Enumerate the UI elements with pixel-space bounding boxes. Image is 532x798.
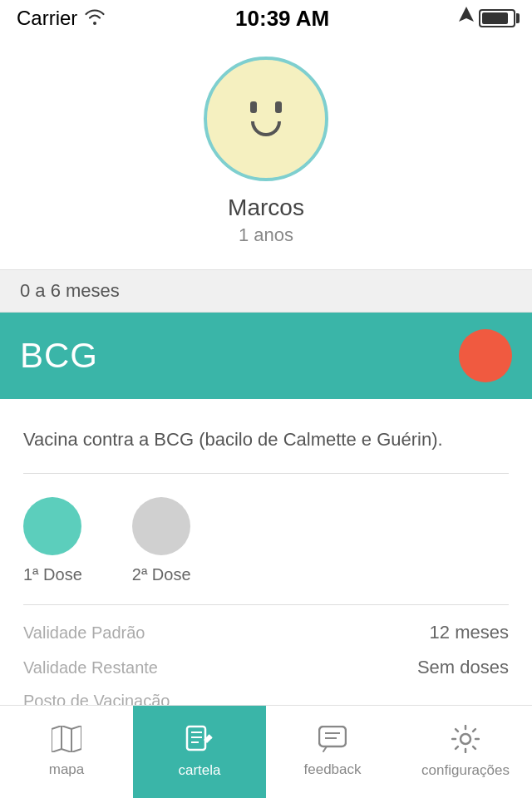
avatar-face bbox=[207, 60, 325, 178]
carrier-label: Carrier bbox=[17, 7, 77, 30]
validade-padrao-value: 12 meses bbox=[430, 622, 509, 643]
profile-section: Marcos 1 anos bbox=[0, 37, 532, 269]
status-bar: Carrier 10:39 AM bbox=[0, 0, 532, 37]
validade-restante-label: Validade Restante bbox=[23, 658, 158, 677]
divider-bottom bbox=[23, 604, 509, 605]
age-group-bar: 0 a 6 meses bbox=[0, 269, 532, 313]
svg-point-12 bbox=[461, 734, 470, 744]
avatar bbox=[204, 57, 328, 181]
tab-mapa-label: mapa bbox=[49, 761, 85, 778]
tab-mapa[interactable]: mapa bbox=[0, 706, 133, 798]
status-time: 10:39 AM bbox=[235, 6, 329, 32]
wifi-icon bbox=[84, 7, 106, 30]
avatar-eyes bbox=[250, 101, 282, 113]
battery-icon bbox=[479, 9, 515, 27]
tab-feedback-label: feedback bbox=[304, 761, 362, 778]
age-group-label: 0 a 6 meses bbox=[20, 280, 120, 301]
dose-item-1[interactable]: 1ª Dose bbox=[23, 497, 82, 584]
divider-top bbox=[23, 473, 509, 474]
validade-padrao-row: Validade Padrão 12 meses bbox=[23, 622, 509, 643]
dose-label-2: 2ª Dose bbox=[132, 565, 191, 584]
mapa-icon bbox=[52, 726, 81, 756]
tab-cartela[interactable]: cartela bbox=[133, 706, 266, 798]
svg-rect-9 bbox=[319, 727, 346, 746]
feedback-icon bbox=[318, 726, 347, 756]
vaccine-status-dot[interactable] bbox=[459, 329, 512, 382]
vaccine-header: BCG bbox=[0, 313, 532, 399]
validade-restante-row: Validade Restante Sem doses bbox=[23, 657, 509, 678]
battery-fill bbox=[482, 12, 508, 24]
tab-configuracoes[interactable]: configurações bbox=[399, 706, 532, 798]
configuracoes-icon bbox=[451, 725, 480, 757]
status-right bbox=[459, 7, 515, 30]
dose-circle-1 bbox=[23, 497, 81, 555]
validade-restante-value: Sem doses bbox=[417, 657, 509, 678]
profile-age: 1 anos bbox=[239, 224, 293, 246]
status-left: Carrier bbox=[17, 7, 106, 30]
tab-configuracoes-label: configurações bbox=[421, 762, 510, 779]
dose-label-1: 1ª Dose bbox=[23, 565, 82, 584]
svg-marker-0 bbox=[459, 7, 474, 22]
vaccine-description: Vacina contra a BCG (bacilo de Calmette … bbox=[23, 426, 509, 453]
doses-row: 1ª Dose 2ª Dose bbox=[23, 497, 509, 584]
dose-item-2[interactable]: 2ª Dose bbox=[132, 497, 191, 584]
tab-bar: mapa cartela feedback bbox=[0, 705, 532, 798]
location-icon bbox=[459, 7, 474, 30]
avatar-eye-right bbox=[275, 101, 282, 113]
dose-circle-2 bbox=[132, 497, 190, 555]
vaccine-name: BCG bbox=[20, 336, 98, 376]
content-area: Vacina contra a BCG (bacilo de Calmette … bbox=[0, 399, 532, 727]
avatar-eye-left bbox=[250, 101, 257, 113]
tab-feedback[interactable]: feedback bbox=[266, 706, 399, 798]
svg-marker-1 bbox=[52, 726, 81, 752]
profile-name: Marcos bbox=[228, 195, 304, 221]
validade-padrao-label: Validade Padrão bbox=[23, 623, 145, 643]
tab-cartela-label: cartela bbox=[178, 762, 220, 779]
cartela-icon bbox=[185, 725, 214, 757]
avatar-smile bbox=[251, 121, 281, 136]
